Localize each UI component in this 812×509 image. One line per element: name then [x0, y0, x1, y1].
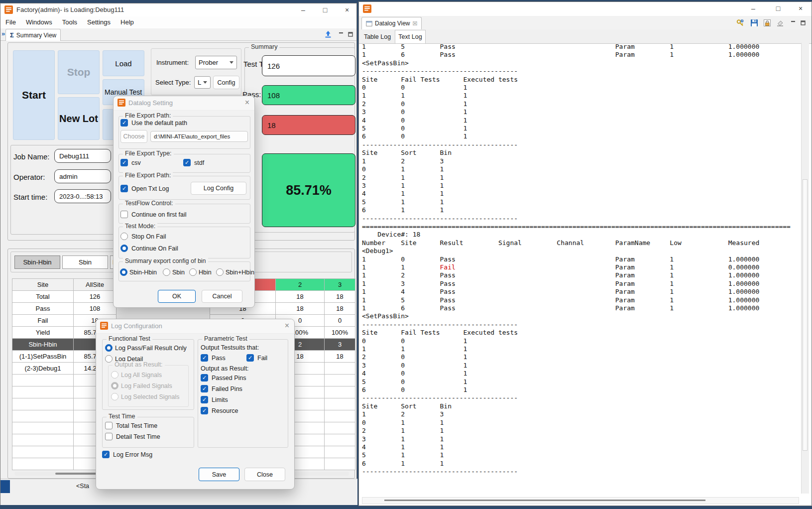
instrument-select[interactable]: Prober — [195, 56, 237, 69]
dialog-icon — [100, 322, 108, 330]
failed-pins-checkbox[interactable]: ✓Failed Pins — [201, 385, 242, 392]
sbin-plus-hbin-radio[interactable]: Sbin+Hbin — [216, 268, 254, 276]
tab-text-log[interactable]: Text Log — [395, 30, 426, 43]
table-cell: 18 — [324, 302, 355, 315]
log-hscrollbar[interactable] — [362, 497, 799, 504]
csv-checkbox[interactable]: ✓csv — [120, 159, 141, 166]
detail-test-time-checkbox[interactable]: Detail Test Time — [105, 433, 160, 440]
maximize-button[interactable]: □ — [771, 3, 786, 14]
group-label: TestFlow Control: — [123, 200, 175, 207]
config-button[interactable]: Config — [213, 76, 239, 89]
export-path-field[interactable]: d:\MINI-ATE\auto_export_files — [150, 131, 248, 142]
menu-windows[interactable]: Windows — [21, 16, 57, 28]
operator-field[interactable]: admin — [54, 169, 111, 183]
log-error-msg-checkbox[interactable]: ✓Log Error Msg — [102, 451, 152, 458]
continue-on-fail-radio[interactable]: Continue On Fail — [120, 245, 178, 252]
use-default-path-checkbox[interactable]: ✓Use the default path — [120, 119, 187, 127]
passed-pins-checkbox[interactable]: ✓Passed Pins — [201, 374, 246, 382]
column-header: Site — [12, 278, 74, 291]
resource-checkbox[interactable]: ✓Resource — [201, 407, 238, 414]
right-title-bar[interactable]: – □ × — [359, 2, 812, 16]
log-passfail-radio[interactable]: Log Pass/Fail Result Only — [105, 344, 187, 352]
minimize-button[interactable]: – — [296, 4, 311, 15]
close-button[interactable]: × — [340, 4, 354, 15]
vscrollbar[interactable] — [801, 43, 809, 494]
limits-checkbox[interactable]: ✓Limits — [201, 396, 228, 403]
log-selected-signals-radio: Log Selected Signals — [111, 393, 179, 400]
minimize-view-icon[interactable] — [790, 20, 796, 26]
text-log-content[interactable]: 1 5 Pass Param 1 1.000000 1 6 Pass Param… — [362, 43, 791, 476]
bin-tab-sbin-hbin[interactable]: Sbin-Hbin — [14, 255, 60, 269]
left-tab-strip: » Σ Summary View — [0, 28, 356, 41]
sbin-hbin-radio[interactable]: Sbin-Hbin — [120, 268, 157, 276]
key-search-icon[interactable]: ? — [736, 19, 744, 27]
save-icon[interactable] — [750, 19, 758, 27]
hbin-radio[interactable]: Hbin — [189, 268, 212, 276]
tab-datalog-view-label: Datalog View — [375, 20, 410, 27]
dialog-close-icon[interactable]: × — [285, 321, 289, 330]
perspective-chevron-icon[interactable]: » — [1, 30, 5, 37]
maximize-button[interactable]: □ — [318, 4, 333, 15]
choose-button[interactable]: Choose — [120, 130, 147, 143]
select-type-select[interactable]: L — [194, 76, 211, 89]
stop-button[interactable]: Stop — [58, 50, 100, 94]
dialog-icon — [117, 99, 125, 107]
menu-settings[interactable]: Settings — [82, 16, 116, 28]
menu-file[interactable]: File — [0, 16, 21, 28]
load-button[interactable]: Load — [103, 50, 144, 76]
tab-table-log[interactable]: Table Log — [361, 30, 394, 43]
export-upload-icon[interactable] — [324, 30, 332, 38]
new-lot-button[interactable]: New Lot — [58, 97, 100, 140]
log-config-title-bar[interactable]: Log Configuration × — [96, 319, 294, 334]
table-cell — [324, 446, 355, 458]
table-cell: Fail — [12, 314, 74, 327]
table-cell — [324, 434, 355, 446]
ok-button[interactable]: OK — [158, 290, 196, 303]
table-cell — [12, 374, 74, 386]
lock-icon[interactable] — [763, 19, 771, 27]
dialog-close-icon[interactable]: × — [245, 98, 249, 107]
left-title-bar[interactable]: Factory(admin)- is Loading:Debug111 – □ … — [0, 3, 356, 16]
tab-close-icon[interactable]: ☒ — [413, 20, 418, 27]
stdf-checkbox[interactable]: ✓stdf — [183, 159, 204, 166]
view-tab-bar: Datalog View ☒ ? — [359, 16, 812, 30]
close-button[interactable]: Close — [244, 468, 285, 481]
test-total-label: Test T — [243, 60, 264, 68]
column-header: AllSite — [73, 278, 116, 291]
start-button[interactable]: Start — [13, 50, 55, 140]
tab-datalog-view[interactable]: Datalog View ☒ — [361, 17, 422, 29]
log-hscroll-thumb[interactable] — [384, 500, 705, 501]
job-name-field[interactable]: Debug111 — [54, 149, 111, 163]
test-total-field[interactable]: 126 — [262, 55, 355, 76]
eraser-icon[interactable] — [776, 19, 784, 27]
fail-checkbox[interactable]: ✓Fail — [246, 354, 267, 362]
log-configuration-dialog: Log Configuration × Functional Test Log … — [96, 319, 295, 490]
dialog-title: Log Configuration — [111, 322, 162, 330]
continue-first-fail-checkbox[interactable]: Continue on first fail — [120, 211, 186, 218]
close-button[interactable]: × — [793, 3, 808, 14]
tab-summary-view[interactable]: Σ Summary View — [5, 29, 61, 41]
log-config-button[interactable]: Log Config — [191, 182, 246, 195]
total-test-time-checkbox[interactable]: Total Test Time — [105, 422, 157, 429]
table-cell — [324, 398, 355, 410]
sbin-radio[interactable]: Sbin — [163, 268, 185, 276]
start-time-field[interactable]: 2023-0...:58:13 — [54, 189, 111, 203]
log-tab-bar: Table Log Text Log — [359, 29, 812, 44]
maximize-view-icon[interactable] — [800, 20, 806, 26]
operator-label: Operator: — [13, 173, 45, 181]
minimize-panel-icon[interactable] — [338, 31, 344, 37]
bin-tab-sbin[interactable]: Sbin — [62, 255, 108, 269]
stop-on-fail-radio[interactable]: Stop On Fail — [120, 233, 166, 240]
menu-help[interactable]: Help — [116, 16, 139, 28]
maximize-panel-icon[interactable] — [348, 31, 353, 37]
open-txt-log-checkbox[interactable]: ✓Open Txt Log — [120, 185, 169, 192]
minimize-button[interactable]: – — [746, 3, 761, 14]
table-cell — [12, 398, 74, 410]
menu-tools[interactable]: Tools — [57, 16, 82, 28]
pass-checkbox[interactable]: ✓Pass — [201, 354, 226, 362]
save-button[interactable]: Save — [199, 468, 239, 481]
datalog-setting-title-bar[interactable]: Datalog Setting × — [114, 96, 254, 111]
cancel-button[interactable]: Cancel — [202, 290, 242, 303]
vscroll-thumb[interactable] — [803, 179, 808, 451]
table-cell — [12, 446, 74, 458]
